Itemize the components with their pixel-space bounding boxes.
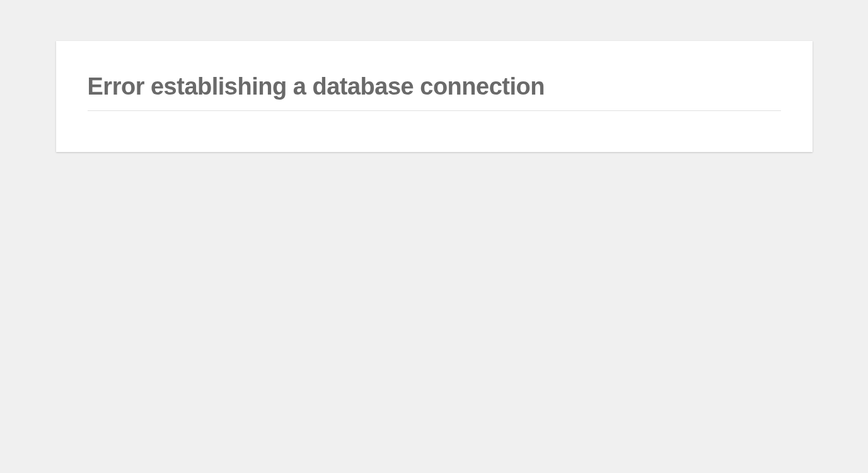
error-card: Error establishing a database connection — [56, 41, 813, 152]
error-title: Error establishing a database connection — [88, 73, 781, 111]
